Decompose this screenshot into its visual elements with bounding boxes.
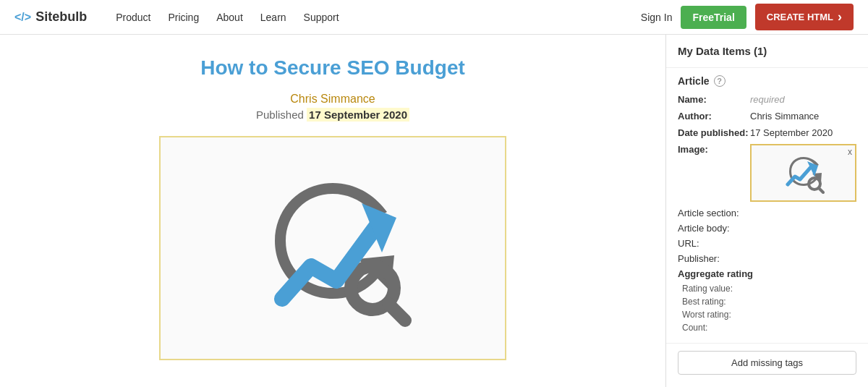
article-section-field: Article section:: [678, 208, 856, 218]
author-value: Chris Simmance: [750, 111, 856, 122]
help-icon[interactable]: ?: [714, 75, 726, 87]
svg-line-1: [388, 304, 405, 320]
create-html-button[interactable]: CREATE HTML: [755, 4, 854, 30]
name-value: required: [750, 94, 856, 105]
url-field: URL:: [678, 238, 856, 249]
sidebar: My Data Items (1) Article ? Name: requir…: [665, 35, 868, 387]
header: </> Sitebulb Product Pricing About Learn…: [0, 0, 868, 35]
main-layout: How to Secure SEO Budget Chris Simmance …: [0, 35, 868, 387]
svg-line-4: [819, 188, 823, 192]
nav-item-support[interactable]: Support: [304, 12, 339, 23]
published-prefix: Published: [256, 109, 304, 121]
image-field-row: Image: x: [678, 144, 856, 202]
date-label: Date published:: [678, 127, 750, 138]
free-trial-button[interactable]: FreeTrial: [681, 6, 746, 29]
worst-rating-field: Worst rating:: [678, 310, 856, 320]
content-area: How to Secure SEO Budget Chris Simmance …: [0, 35, 665, 387]
article-image-container: [159, 136, 506, 360]
mini-image-icon: [782, 151, 825, 195]
article-image: [239, 154, 427, 342]
author-name: Chris Simmance: [14, 93, 651, 106]
published-date: 17 September 2020: [307, 108, 409, 122]
section-title-text: Article: [678, 75, 710, 87]
name-label: Name:: [678, 94, 750, 105]
date-field-row: Date published: 17 September 2020: [678, 127, 856, 138]
article-section: Article ? Name: required Author: Chris S…: [666, 68, 868, 344]
author-label: Author:: [678, 111, 750, 122]
nav-item-about[interactable]: About: [216, 12, 243, 23]
logo-icon: </>: [14, 11, 31, 24]
rating-value-field: Rating value:: [678, 284, 856, 294]
add-missing-tags-button[interactable]: Add missing tags: [678, 351, 856, 375]
nav-item-pricing[interactable]: Pricing: [168, 12, 199, 23]
date-value: 17 September 2020: [750, 127, 856, 138]
article-meta: Chris Simmance Published 17 September 20…: [14, 93, 651, 122]
count-field: Count:: [678, 323, 856, 333]
author-field-row: Author: Chris Simmance: [678, 111, 856, 122]
aggregate-rating-heading: Aggregate rating: [678, 268, 856, 279]
nav: Product Pricing About Learn Support: [116, 12, 641, 23]
nav-item-product[interactable]: Product: [116, 12, 150, 23]
name-field-row: Name: required: [678, 94, 856, 105]
section-title: Article ?: [678, 75, 856, 87]
best-rating-field: Best rating:: [678, 297, 856, 307]
published-line: Published 17 September 2020: [256, 108, 409, 122]
header-right: Sign In FreeTrial CREATE HTML: [641, 4, 854, 30]
nav-item-learn[interactable]: Learn: [260, 12, 286, 23]
publisher-field: Publisher:: [678, 253, 856, 264]
article-body-field: Article body:: [678, 223, 856, 234]
logo[interactable]: </> Sitebulb: [14, 9, 87, 25]
image-preview: x: [750, 144, 856, 202]
sign-in-button[interactable]: Sign In: [641, 12, 673, 23]
image-close-button[interactable]: x: [848, 147, 852, 157]
article-title: How to Secure SEO Budget: [14, 56, 651, 80]
logo-text: Sitebulb: [35, 9, 87, 25]
image-label: Image:: [678, 144, 750, 155]
sidebar-header: My Data Items (1): [666, 35, 868, 68]
